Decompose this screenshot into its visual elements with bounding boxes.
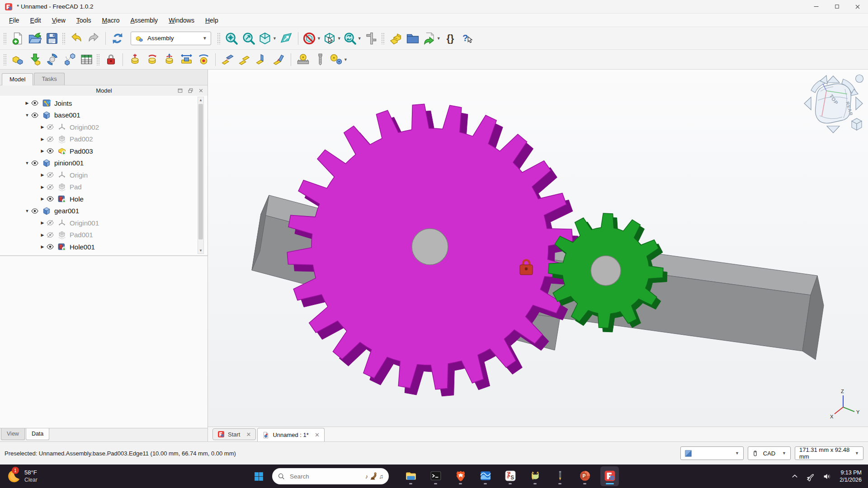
menu-file[interactable]: File [4, 14, 25, 26]
taskbar-app-notes-app[interactable]: S [501, 466, 519, 486]
tree-item-origin002[interactable]: ▶Origin002 [0, 121, 208, 133]
variable-set-button[interactable]: {} [442, 29, 459, 47]
navcube-down-arrow[interactable] [827, 126, 840, 133]
tree-item-hole001[interactable]: ▶Hole001 [0, 241, 208, 253]
box-selection-button[interactable]: ▼ [322, 29, 342, 47]
menu-edit[interactable]: Edit [25, 14, 47, 26]
tree-item-gear001[interactable]: ▼gear001 [0, 205, 208, 217]
start-button[interactable] [250, 467, 268, 485]
navcube-body[interactable]: TOP REAR [816, 84, 854, 123]
close-tab-icon[interactable]: ✕ [315, 432, 320, 438]
create-slider-joint-button[interactable] [178, 52, 195, 68]
visibility-on-icon[interactable] [31, 99, 39, 107]
undo-button[interactable] [68, 29, 85, 47]
panel-tab-tasks[interactable]: Tasks [34, 73, 64, 85]
taskbar-app-media-app[interactable] [476, 466, 495, 486]
save-document-button[interactable] [43, 29, 61, 47]
create-group-button[interactable] [404, 29, 421, 47]
create-distance-joint-button[interactable] [219, 52, 236, 68]
taskbar-app-pencil-app[interactable] [551, 466, 569, 486]
draw-style-button[interactable]: ▼ [302, 29, 322, 47]
create-cylindrical-joint-button[interactable] [160, 52, 178, 68]
taskbar-app-powerpoint[interactable]: P [576, 466, 594, 486]
create-assembly-button[interactable] [9, 52, 26, 68]
make-link-button[interactable]: ▼ [421, 29, 442, 47]
bill-of-materials-button[interactable] [78, 52, 95, 68]
measure-button[interactable] [363, 29, 380, 47]
visibility-off-icon[interactable] [46, 231, 54, 239]
visibility-on-icon[interactable] [46, 243, 54, 251]
menu-macro[interactable]: Macro [97, 14, 125, 26]
panel-tab-model[interactable]: Model [2, 73, 33, 85]
tree-item-pad003[interactable]: ▶Pad003 [0, 145, 208, 157]
tree-scrollbar[interactable]: ▲ ▼ [198, 97, 204, 254]
insert-component-button[interactable] [26, 52, 43, 68]
search-highlight-decoration[interactable]: ♪ ♫ [365, 472, 383, 481]
expand-closed-icon[interactable]: ▶ [39, 173, 46, 177]
airplane-mode-icon[interactable] [806, 472, 816, 481]
create-ball-joint-button[interactable] [195, 52, 212, 68]
visibility-off-icon[interactable] [46, 219, 54, 227]
navcube-left-arrow[interactable] [804, 97, 811, 110]
expand-closed-icon[interactable]: ▶ [24, 101, 31, 105]
close-panel-icon[interactable] [198, 88, 204, 94]
exploded-view-button[interactable] [61, 52, 78, 68]
isometric-view-button[interactable]: ▼ [257, 29, 278, 47]
scroll-down-icon[interactable]: ▼ [198, 248, 203, 253]
search-input[interactable] [289, 473, 343, 480]
menu-help[interactable]: Help [200, 14, 224, 26]
maximize-button[interactable] [826, 0, 847, 13]
expand-open-icon[interactable]: ▼ [24, 161, 31, 165]
go-to-linked-object-button[interactable] [278, 29, 295, 47]
visibility-on-icon[interactable] [31, 111, 39, 119]
menu-tools[interactable]: Tools [71, 14, 97, 26]
create-angle-joint-button[interactable] [270, 52, 288, 68]
taskbar-app-freecad[interactable] [600, 466, 619, 486]
solve-assembly-button[interactable] [43, 52, 61, 68]
expand-closed-icon[interactable]: ▶ [39, 185, 46, 189]
property-tab-data[interactable]: Data [26, 428, 49, 440]
tree-item-pad001[interactable]: ▶Pad001 [0, 229, 208, 241]
menu-windows[interactable]: Windows [163, 14, 200, 26]
tree-item-base001[interactable]: ▼base001 [0, 109, 208, 122]
tree-item-hole[interactable]: ▶Hole [0, 193, 208, 205]
taskbar-app-file-explorer[interactable] [401, 466, 420, 486]
expand-closed-icon[interactable]: ▶ [39, 244, 46, 249]
expand-closed-icon[interactable]: ▶ [39, 221, 46, 225]
new-document-button[interactable] [9, 29, 26, 47]
tree-item-pad002[interactable]: ▶Pad002 [0, 133, 208, 145]
navcube-mini-cube-icon[interactable] [852, 118, 862, 130]
create-parallel-joint-button[interactable] [236, 52, 253, 68]
pinion-gear-small-hub[interactable] [591, 256, 621, 286]
visibility-off-icon[interactable] [46, 183, 54, 191]
create-perpendicular-joint-button[interactable] [253, 52, 270, 68]
visibility-off-icon[interactable] [46, 135, 54, 143]
redo-button[interactable] [85, 29, 102, 47]
open-document-button[interactable] [26, 29, 43, 47]
expand-closed-icon[interactable]: ▶ [39, 125, 46, 129]
close-tab-icon[interactable]: ✕ [246, 431, 251, 438]
dock-panel-icon[interactable] [177, 88, 183, 94]
visibility-off-icon[interactable] [46, 171, 54, 179]
create-rack-pinion-joint-button[interactable] [294, 52, 311, 68]
scroll-up-icon[interactable]: ▲ [198, 97, 203, 103]
visibility-on-icon[interactable] [31, 159, 39, 167]
navcube-up-arrow[interactable] [827, 76, 840, 83]
expand-closed-icon[interactable]: ▶ [39, 137, 46, 141]
create-screw-joint-button[interactable] [311, 52, 329, 68]
taskbar-app-cat-app[interactable] [526, 466, 544, 486]
unit-scheme-dropdown[interactable]: ▼ [680, 446, 744, 460]
float-panel-icon[interactable] [188, 88, 193, 94]
expand-closed-icon[interactable]: ▶ [39, 149, 46, 153]
create-fixed-joint-button[interactable] [126, 52, 143, 68]
whats-this-button[interactable]: ? [459, 29, 476, 47]
close-button[interactable] [847, 0, 868, 13]
visibility-on-icon[interactable] [46, 195, 54, 203]
taskbar-search[interactable]: ♪ ♫ [272, 468, 389, 484]
create-part-button[interactable] [387, 29, 404, 47]
navigation-style-dropdown[interactable]: CAD ▼ [748, 446, 791, 460]
view-zoom-button[interactable]: ▼ [342, 29, 363, 47]
property-tab-view[interactable]: View [1, 428, 25, 440]
tree-item-joints[interactable]: ▶Joints [0, 97, 208, 109]
visibility-on-icon[interactable] [31, 207, 39, 215]
